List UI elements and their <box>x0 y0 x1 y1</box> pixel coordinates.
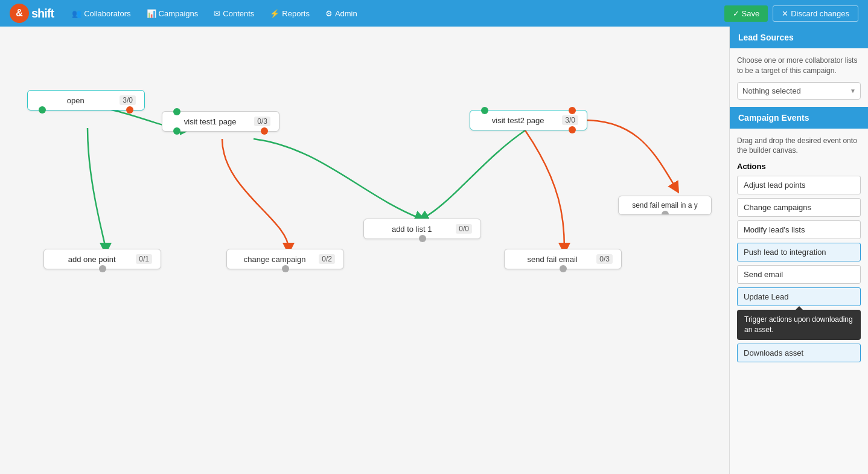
action-push-lead[interactable]: Push lead to integration <box>737 243 861 261</box>
dot-orange-visit2-bottom <box>569 126 576 133</box>
lead-sources-select[interactable]: Nothing selected <box>737 82 861 100</box>
node-sendfail-count: 0/3 <box>596 254 613 264</box>
campaign-events-desc: Drag and drop the desired event onto the… <box>737 136 861 156</box>
action-send-email[interactable]: Send email <box>737 265 861 284</box>
brand-symbol: & <box>16 8 23 19</box>
nav-contents[interactable]: ✉ Contents <box>208 7 260 21</box>
nav-collaborators[interactable]: 👥 Collaborators <box>66 7 136 21</box>
dot-green-visit1-bottom <box>173 127 180 135</box>
lead-sources-body: Choose one or more collaborator lists to… <box>730 48 868 107</box>
action-modify-leads-lists[interactable]: Modify lead's lists <box>737 220 861 239</box>
action-adjust-lead-points[interactable]: Adjust lead points <box>737 176 861 194</box>
node-changecampaign-label: change campaign <box>235 255 314 264</box>
discard-button[interactable]: ✕ Discard changes <box>773 5 858 22</box>
sidebar: Lead Sources Choose one or more collabor… <box>729 27 868 474</box>
node-open-label: open <box>36 96 115 105</box>
node-sendmaily-label: send fail email in a y <box>627 201 703 210</box>
brand-name: shift <box>31 7 54 21</box>
campaign-events-header: Campaign Events <box>730 107 868 129</box>
node-change-campaign[interactable]: change campaign 0/2 <box>226 249 344 269</box>
contents-icon: ✉ <box>214 9 220 18</box>
dot-gray-sendfail <box>560 265 567 272</box>
node-open[interactable]: open 3/0 <box>27 90 145 110</box>
node-visit1-label: visit test1 page <box>171 117 249 126</box>
brand-icon: & <box>10 4 29 23</box>
lead-sources-desc: Choose one or more collaborator lists to… <box>737 56 861 76</box>
lead-sources-select-wrapper: Nothing selected <box>737 82 861 100</box>
node-send-fail[interactable]: send fail email 0/3 <box>504 249 622 269</box>
dot-gray-addpoint <box>99 265 106 272</box>
nav-reports[interactable]: ⚡ Reports <box>264 7 316 21</box>
reports-icon: ⚡ <box>270 9 279 18</box>
dot-orange-visit1 <box>261 127 268 135</box>
actions-list: Adjust lead points Change campaigns Modi… <box>737 176 861 306</box>
dot-gray-changecampaign <box>282 265 289 272</box>
nav-admin[interactable]: ⚙ Admin <box>319 7 363 21</box>
nav-items: 👥 Collaborators 📊 Campaigns ✉ Contents ⚡… <box>66 7 724 21</box>
discard-icon: ✕ <box>782 9 788 18</box>
node-visit2-label: visit test2 page <box>479 116 557 125</box>
node-open-count: 3/0 <box>120 95 136 105</box>
campaign-events-body: Drag and drop the desired event onto the… <box>730 129 868 370</box>
nav-campaigns[interactable]: 📊 Campaigns <box>141 7 205 21</box>
node-addpoint-count: 0/1 <box>136 254 152 264</box>
campaigns-icon: 📊 <box>147 9 156 18</box>
lead-sources-header: Lead Sources <box>730 27 868 48</box>
dot-orange-visit2-top <box>569 107 576 114</box>
save-button[interactable]: ✓ Save <box>724 5 768 22</box>
node-addpoint-label: add one point <box>53 255 131 264</box>
dot-green-visit1-top <box>173 108 180 115</box>
collaborators-icon: 👥 <box>72 9 81 18</box>
dot-orange-open <box>126 106 133 114</box>
tooltip-downloads: Trigger actions upon downloading an asse… <box>737 310 861 340</box>
campaign-canvas[interactable]: open 3/0 visit test1 page 0/3 add one po… <box>0 27 729 474</box>
dot-gray-addlist <box>419 235 426 242</box>
navbar: & shift 👥 Collaborators 📊 Campaigns ✉ Co… <box>0 0 868 27</box>
node-add-point[interactable]: add one point 0/1 <box>43 249 161 269</box>
node-add-list[interactable]: add to list 1 0/0 <box>363 219 481 239</box>
node-changecampaign-count: 0/2 <box>319 254 335 264</box>
admin-icon: ⚙ <box>325 9 333 18</box>
trigger-downloads-asset[interactable]: Downloads asset <box>737 344 861 362</box>
node-addlist-count: 0/0 <box>456 224 472 234</box>
dot-green-visit2 <box>481 107 488 114</box>
action-update-lead[interactable]: Update Lead <box>737 287 861 306</box>
dot-gray-sendmaily <box>662 211 669 215</box>
action-change-campaigns[interactable]: Change campaigns <box>737 198 861 217</box>
node-visit-test1[interactable]: visit test1 page 0/3 <box>162 111 279 132</box>
node-visit-test2[interactable]: visit test2 page 3/0 <box>470 110 587 130</box>
node-visit2-count: 3/0 <box>562 115 578 125</box>
node-addlist-label: add to list 1 <box>372 225 451 234</box>
brand: & shift <box>10 4 54 23</box>
save-check-icon: ✓ <box>733 9 739 18</box>
main-layout: open 3/0 visit test1 page 0/3 add one po… <box>0 27 868 474</box>
node-send-fail-y[interactable]: send fail email in a y <box>618 196 712 215</box>
node-visit1-count: 0/3 <box>254 117 270 126</box>
node-sendfail-label: send fail email <box>513 255 592 264</box>
dot-green-open <box>39 106 46 114</box>
actions-title: Actions <box>737 162 861 171</box>
nav-actions: ✓ Save ✕ Discard changes <box>724 5 858 22</box>
